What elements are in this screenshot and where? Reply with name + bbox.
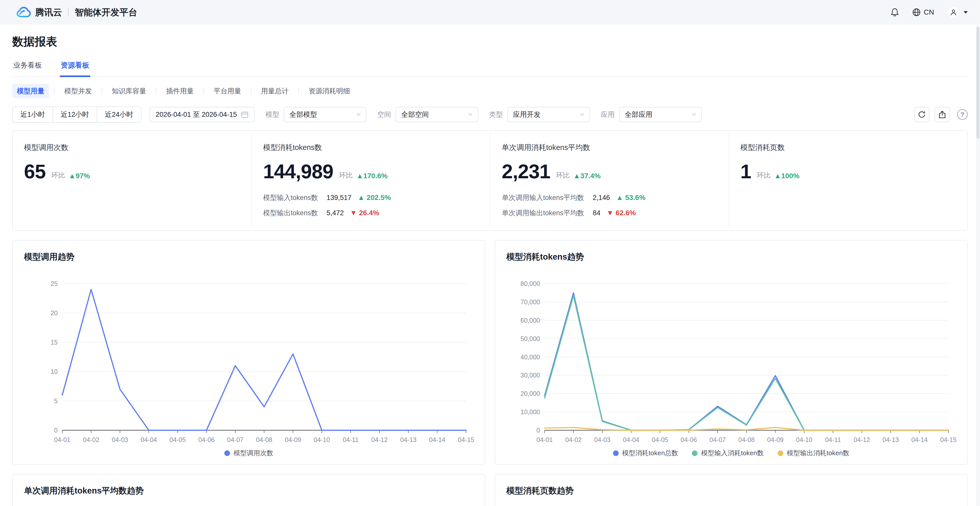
topbar: 腾讯云 智能体开发平台 CN <box>0 0 980 24</box>
legend-dot-icon <box>613 450 619 456</box>
tab-business-board[interactable]: 业务看板 <box>12 58 43 76</box>
help-icon: ? <box>960 111 964 119</box>
stat-model-tokens: 模型消耗tokens数 144,989 环比 ▲170.6% 模型输入token… <box>251 133 490 228</box>
chart-title: 模型调用趋势 <box>24 251 474 263</box>
legend-item[interactable]: 模型输出消耗token数 <box>778 449 850 458</box>
chevron-down-icon <box>963 11 968 14</box>
stat-title: 单次调用消耗tokens平均数 <box>502 143 718 153</box>
chevron-down-icon <box>692 113 696 116</box>
user-menu[interactable] <box>947 6 968 18</box>
type-select-value: 应用开发 <box>513 110 541 119</box>
svg-text:04-14: 04-14 <box>912 436 928 443</box>
svg-text:04-09: 04-09 <box>767 436 783 443</box>
time-range-24h-button[interactable]: 近24小时 <box>97 107 141 122</box>
svg-text:04-11: 04-11 <box>343 436 359 443</box>
subnav-separator <box>102 88 102 94</box>
chart-title: 模型消耗tokens趋势 <box>506 251 956 263</box>
help-button[interactable]: ? <box>957 109 968 120</box>
stat-value: 2,231 <box>502 162 550 181</box>
export-button[interactable] <box>935 107 950 122</box>
page-title: 数据报表 <box>12 24 968 58</box>
time-range-1h-button[interactable]: 近1小时 <box>13 107 52 122</box>
brand-divider <box>68 8 68 16</box>
svg-text:04-03: 04-03 <box>112 436 128 443</box>
stat-model-pages: 模型消耗页数 1 环比 ▲100% <box>729 133 967 228</box>
language-label: CN <box>924 8 934 16</box>
type-select[interactable]: 应用开发 <box>508 107 590 122</box>
svg-text:70,000: 70,000 <box>520 298 540 306</box>
avatar <box>947 6 959 18</box>
subnav-separator <box>251 88 251 94</box>
chart-card-model-call-trend: 模型调用趋势 04-0104-0204-0304-0404-0504-0604-… <box>12 240 485 465</box>
stat-subrow-output-tokens: 模型输出tokens数 5,472 ▼ 26.4% <box>263 208 479 217</box>
svg-text:50,000: 50,000 <box>520 335 540 342</box>
date-range-picker[interactable]: 2026-04-01 至 2026-04-15 <box>150 107 255 122</box>
model-select-value: 全部模型 <box>290 110 317 119</box>
model-select[interactable]: 全部模型 <box>284 107 366 122</box>
svg-text:25: 25 <box>51 280 58 287</box>
svg-text:04-04: 04-04 <box>141 436 157 443</box>
stat-title: 模型调用次数 <box>24 143 240 153</box>
stat-compare-label: 环比 <box>556 171 570 180</box>
stat-compare-label: 环比 <box>757 171 770 180</box>
subnav-plugin-usage[interactable]: 插件用量 <box>162 84 198 98</box>
legend-item[interactable]: 模型输入消耗token数 <box>692 449 764 458</box>
subnav-model-usage[interactable]: 模型用量 <box>12 84 49 98</box>
app-select[interactable]: 全部应用 <box>619 107 702 122</box>
tab-resource-board[interactable]: 资源看板 <box>60 58 90 76</box>
svg-text:04-06: 04-06 <box>681 436 697 443</box>
svg-text:20: 20 <box>51 309 58 317</box>
language-switcher[interactable]: CN <box>912 8 934 17</box>
svg-text:04-13: 04-13 <box>400 436 417 443</box>
globe-icon <box>912 8 921 17</box>
refresh-button[interactable] <box>914 107 929 122</box>
svg-text:10,000: 10,000 <box>520 408 540 416</box>
chart-title: 单次调用消耗tokens平均数趋势 <box>24 485 474 496</box>
space-select-value: 全部空间 <box>401 110 429 119</box>
filter-label-type: 类型 <box>489 110 503 119</box>
svg-text:10: 10 <box>51 368 58 375</box>
time-range-12h-button[interactable]: 近12小时 <box>52 107 97 122</box>
svg-text:0: 0 <box>54 427 58 434</box>
svg-text:04-02: 04-02 <box>565 436 582 443</box>
filter-label-app: 应用 <box>601 110 614 119</box>
page-scrollbar <box>976 0 980 506</box>
stat-value: 144,989 <box>263 162 333 181</box>
chart-legend: 模型消耗token总数模型输入消耗token数模型输出消耗token数 <box>506 449 956 458</box>
subnav-model-concurrency[interactable]: 模型并发 <box>60 84 97 98</box>
subnav-separator <box>54 88 55 94</box>
filter-bar: 近1小时 近12小时 近24小时 2026-04-01 至 2026-04-15… <box>12 106 968 123</box>
svg-text:04-07: 04-07 <box>710 436 726 443</box>
stat-subrow-avg-output: 单次调用输出tokens平均数 84 ▼ 62.6% <box>502 208 718 217</box>
space-select[interactable]: 全部空间 <box>396 107 478 122</box>
chevron-down-icon <box>468 113 473 116</box>
svg-text:04-15: 04-15 <box>458 436 474 443</box>
subnav-usage-total[interactable]: 用量总计 <box>256 84 293 98</box>
legend-dot-icon <box>692 450 697 456</box>
subnav-separator <box>204 88 204 94</box>
subnav-separator <box>298 88 299 94</box>
subnav-platform-usage[interactable]: 平台用量 <box>209 84 246 98</box>
chart-card-token-trend: 模型消耗tokens趋势 04-0104-0204-0304-0404-0504… <box>495 240 968 465</box>
scrollbar-thumb[interactable] <box>977 27 980 139</box>
stats-summary-card: 模型调用次数 65 环比 ▲97% 模型消耗tokens数 144,989 环比… <box>12 130 968 231</box>
svg-text:04-07: 04-07 <box>227 436 243 443</box>
bell-icon <box>891 8 899 17</box>
stat-value: 1 <box>740 162 751 181</box>
legend-item[interactable]: 模型调用次数 <box>224 449 273 458</box>
subnav-resource-detail[interactable]: 资源消耗明细 <box>304 84 355 98</box>
date-range-value: 2026-04-01 至 2026-04-15 <box>156 110 237 119</box>
notifications-button[interactable] <box>891 8 899 17</box>
chart-card-avg-token-trend: 单次调用消耗tokens平均数趋势 04-0104-0204-0304-0404… <box>12 474 485 506</box>
svg-text:20,000: 20,000 <box>520 390 540 397</box>
legend-item[interactable]: 模型消耗token总数 <box>613 449 678 458</box>
svg-text:30,000: 30,000 <box>520 371 540 379</box>
stat-avg-tokens-per-call: 单次调用消耗tokens平均数 2,231 环比 ▲37.4% 单次调用输入to… <box>490 133 729 228</box>
subnav-kb-capacity[interactable]: 知识库容量 <box>107 84 151 98</box>
svg-text:04-13: 04-13 <box>883 436 899 443</box>
filter-label-space: 空间 <box>377 110 391 119</box>
svg-text:60,000: 60,000 <box>520 317 540 324</box>
app-select-value: 全部应用 <box>625 110 652 119</box>
chart-title: 模型消耗页数趋势 <box>506 485 956 496</box>
svg-text:04-14: 04-14 <box>429 436 445 443</box>
